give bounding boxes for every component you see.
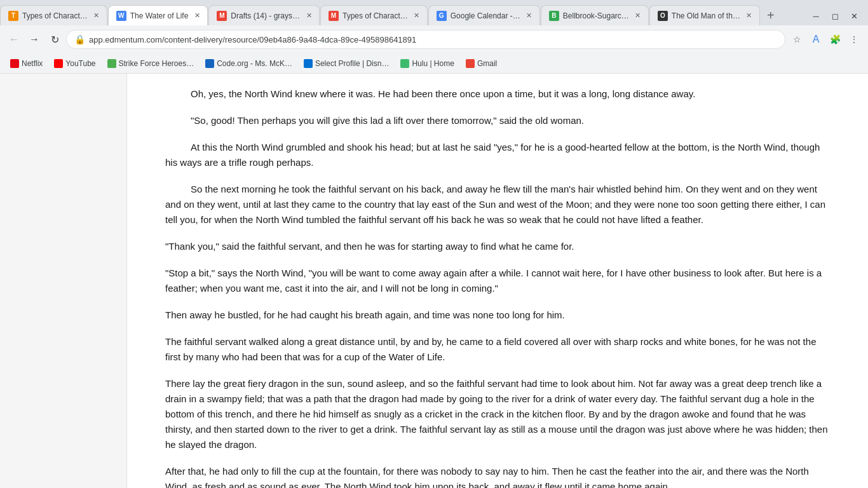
address-text: app.edmentum.com/content-delivery/resour…	[89, 35, 777, 44]
tab-favicon-3: M	[217, 11, 227, 21]
sidebar	[0, 74, 127, 488]
more-options-button[interactable]: ⋮	[845, 30, 863, 48]
paragraph-1: Oh, yes, the North Wind knew where it wa…	[165, 86, 830, 102]
tab-old-man[interactable]: O The Old Man of th… ✕	[649, 5, 760, 25]
close-window-button[interactable]: ✕	[845, 9, 863, 23]
browser-frame: T Types of Charact… ✕ W The Water of Lif…	[0, 0, 868, 488]
bookmark-label-strike-force: Strike Force Heroes…	[119, 59, 194, 68]
bookmark-favicon-netflix	[10, 59, 19, 68]
refresh-button[interactable]: ↻	[46, 30, 64, 48]
tab-close-5[interactable]: ✕	[524, 11, 534, 21]
bookmark-netflix[interactable]: Netflix	[5, 57, 48, 70]
bookmark-hulu[interactable]: Hulu | Home	[395, 57, 459, 70]
tab-title-5: Google Calendar -…	[451, 11, 520, 20]
tab-close-2[interactable]: ✕	[192, 11, 202, 21]
reading-area: Oh, yes, the North Wind knew where it wa…	[127, 74, 868, 488]
tab-favicon-7: O	[658, 11, 668, 21]
tab-close-6[interactable]: ✕	[633, 11, 643, 21]
address-bar-row: ← → ↻ 🔒 app.edmentum.com/content-deliver…	[0, 25, 868, 53]
bookmark-favicon-codeorg	[205, 59, 214, 68]
back-button[interactable]: ←	[5, 30, 23, 48]
paragraph-7: Then away he bustled, for he had caught …	[165, 308, 830, 323]
address-bar[interactable]: 🔒 app.edmentum.com/content-delivery/reso…	[66, 30, 785, 49]
bookmark-favicon-youtube	[54, 59, 63, 68]
tab-google-calendar[interactable]: G Google Calendar -… ✕	[428, 5, 540, 25]
tab-favicon-2: W	[116, 11, 126, 21]
bookmark-star-button[interactable]: ☆	[788, 30, 806, 48]
bookmark-codeorg[interactable]: Code.org - Ms. McK…	[200, 57, 297, 70]
tab-title-2: The Water of Life	[130, 11, 189, 20]
tab-title-1: Types of Charact…	[22, 11, 88, 20]
bookmark-youtube[interactable]: YouTube	[49, 57, 100, 70]
tab-bar: T Types of Charact… ✕ W The Water of Lif…	[0, 0, 868, 25]
bookmark-label-youtube: YouTube	[65, 59, 95, 68]
bookmark-disney[interactable]: Select Profile | Disn…	[299, 57, 395, 70]
tab-title-7: The Old Man of th…	[672, 11, 740, 20]
paragraph-2: "So, good! Then perhaps you will give th…	[165, 113, 830, 128]
content-area: Oh, yes, the North Wind knew where it wa…	[0, 74, 868, 488]
window-controls: ─ ◻ ✕	[807, 9, 868, 25]
tab-close-1[interactable]: ✕	[92, 11, 102, 21]
bookmark-label-gmail: Gmail	[477, 59, 497, 68]
bookmarks-bar: Netflix YouTube Strike Force Heroes… Cod…	[0, 53, 868, 74]
bookmark-favicon-strike-force	[107, 59, 116, 68]
bookmark-label-netflix: Netflix	[22, 59, 43, 68]
tab-close-3[interactable]: ✕	[304, 11, 314, 21]
tab-favicon-1: T	[8, 11, 18, 21]
paragraph-3: At this the North Wind grumbled and shoo…	[165, 140, 830, 170]
paragraph-9: There lay the great fiery dragon in the …	[165, 376, 830, 452]
bookmark-strike-force[interactable]: Strike Force Heroes…	[102, 57, 200, 70]
toolbar-right: ☆ A 🧩 ⋮	[788, 30, 863, 48]
tab-favicon-6: B	[549, 11, 559, 21]
tab-title-4: Types of Charact…	[342, 11, 408, 20]
google-translate-button[interactable]: A	[807, 30, 825, 48]
tab-favicon-5: G	[437, 11, 447, 21]
extension-puzzle-button[interactable]: 🧩	[826, 30, 844, 48]
tab-close-7[interactable]: ✕	[744, 11, 754, 21]
paragraph-5: "Thank you," said the faithful servant, …	[165, 239, 830, 254]
bookmark-gmail[interactable]: Gmail	[461, 57, 502, 70]
forward-button[interactable]: →	[25, 30, 43, 48]
bookmark-label-disney: Select Profile | Disn…	[315, 59, 390, 68]
tab-favicon-4: M	[329, 11, 339, 21]
tab-title-3: Drafts (14) - grays…	[231, 11, 300, 20]
tab-title-6: Bellbrook-Sugarc…	[563, 11, 629, 20]
bookmark-label-hulu: Hulu | Home	[412, 59, 454, 68]
tab-close-4[interactable]: ✕	[412, 11, 422, 21]
bookmark-favicon-hulu	[400, 59, 409, 68]
paragraph-8: The faithful servant walked along a grea…	[165, 334, 830, 365]
tab-bellbrook-sugar[interactable]: B Bellbrook-Sugarc… ✕	[541, 5, 649, 25]
restore-button[interactable]: ◻	[826, 9, 844, 23]
tab-types-of-characters-1[interactable]: T Types of Charact… ✕	[0, 5, 107, 25]
bookmark-favicon-gmail	[466, 59, 475, 68]
paragraph-6: "Stop a bit," says the North Wind, "you …	[165, 266, 830, 296]
tab-types-of-characters-2[interactable]: M Types of Charact… ✕	[320, 5, 428, 25]
minimize-button[interactable]: ─	[807, 9, 825, 23]
new-tab-button[interactable]: +	[761, 5, 781, 25]
paragraph-10: After that, he had only to fill the cup …	[165, 464, 830, 488]
paragraph-4: So the next morning he took the faithful…	[165, 182, 830, 227]
tab-drafts-gmail[interactable]: M Drafts (14) - grays… ✕	[208, 5, 320, 25]
bookmark-label-codeorg: Code.org - Ms. McK…	[217, 59, 292, 68]
lock-icon: 🔒	[74, 34, 85, 44]
tab-water-of-life[interactable]: W The Water of Life ✕	[108, 5, 208, 25]
bookmark-favicon-disney	[304, 59, 313, 68]
